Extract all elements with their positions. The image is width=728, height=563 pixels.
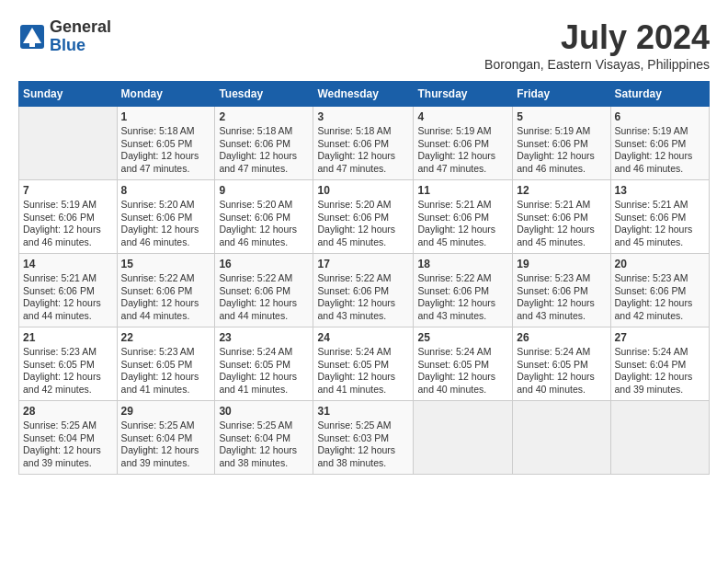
calendar-cell: 23Sunrise: 5:24 AMSunset: 6:05 PMDayligh… [215, 327, 313, 401]
day-number: 22 [121, 331, 211, 344]
day-info: Sunrise: 5:21 AMSunset: 6:06 PMDaylight:… [417, 199, 508, 249]
day-number: 28 [23, 405, 113, 418]
calendar-cell: 31Sunrise: 5:25 AMSunset: 6:03 PMDayligh… [313, 401, 414, 475]
day-number: 17 [317, 258, 409, 270]
day-number: 18 [417, 258, 508, 270]
day-number: 14 [23, 258, 113, 270]
calendar-week-2: 7Sunrise: 5:19 AMSunset: 6:06 PMDaylight… [19, 180, 710, 254]
calendar-cell: 12Sunrise: 5:21 AMSunset: 6:06 PMDayligh… [513, 180, 610, 254]
day-info: Sunrise: 5:20 AMSunset: 6:06 PMDaylight:… [219, 199, 309, 249]
day-info: Sunrise: 5:22 AMSunset: 6:06 PMDaylight:… [219, 272, 309, 323]
day-info: Sunrise: 5:25 AMSunset: 6:04 PMDaylight:… [121, 419, 211, 470]
day-info: Sunrise: 5:21 AMSunset: 6:06 PMDaylight:… [517, 199, 606, 249]
calendar-cell: 28Sunrise: 5:25 AMSunset: 6:04 PMDayligh… [19, 401, 118, 475]
day-info: Sunrise: 5:22 AMSunset: 6:06 PMDaylight:… [121, 272, 211, 323]
calendar-cell [513, 401, 610, 475]
calendar-cell: 9Sunrise: 5:20 AMSunset: 6:06 PMDaylight… [215, 180, 313, 254]
calendar-cell: 27Sunrise: 5:24 AMSunset: 6:04 PMDayligh… [610, 327, 709, 401]
day-number: 11 [417, 184, 508, 197]
header-wednesday: Wednesday [313, 82, 414, 107]
calendar-cell: 8Sunrise: 5:20 AMSunset: 6:06 PMDaylight… [117, 180, 215, 254]
day-info: Sunrise: 5:22 AMSunset: 6:06 PMDaylight:… [417, 272, 508, 323]
day-number: 25 [417, 331, 508, 344]
calendar-cell: 16Sunrise: 5:22 AMSunset: 6:06 PMDayligh… [215, 254, 313, 327]
day-info: Sunrise: 5:18 AMSunset: 6:06 PMDaylight:… [219, 125, 309, 176]
calendar-week-1: 1Sunrise: 5:18 AMSunset: 6:05 PMDaylight… [19, 107, 710, 180]
calendar-cell: 24Sunrise: 5:24 AMSunset: 6:05 PMDayligh… [313, 327, 414, 401]
calendar-cell: 22Sunrise: 5:23 AMSunset: 6:05 PMDayligh… [117, 327, 215, 401]
day-number: 31 [317, 405, 409, 418]
day-number: 20 [615, 258, 705, 270]
day-number: 30 [219, 405, 309, 418]
calendar-table: Sunday Monday Tuesday Wednesday Thursday… [18, 81, 710, 475]
day-info: Sunrise: 5:23 AMSunset: 6:06 PMDaylight:… [615, 272, 705, 323]
day-info: Sunrise: 5:24 AMSunset: 6:05 PMDaylight:… [417, 346, 508, 396]
calendar-cell: 18Sunrise: 5:22 AMSunset: 6:06 PMDayligh… [414, 254, 513, 327]
day-info: Sunrise: 5:24 AMSunset: 6:04 PMDaylight:… [615, 346, 705, 396]
calendar-week-3: 14Sunrise: 5:21 AMSunset: 6:06 PMDayligh… [19, 254, 710, 327]
day-number: 13 [615, 184, 705, 197]
day-number: 6 [615, 110, 705, 123]
day-number: 8 [121, 184, 211, 197]
day-info: Sunrise: 5:23 AMSunset: 6:06 PMDaylight:… [517, 272, 606, 323]
calendar-week-4: 21Sunrise: 5:23 AMSunset: 6:05 PMDayligh… [19, 327, 710, 401]
day-number: 4 [417, 110, 508, 123]
calendar-cell [19, 107, 118, 180]
header-friday: Friday [513, 82, 610, 107]
subtitle: Borongan, Eastern Visayas, Philippines [484, 57, 710, 72]
day-number: 26 [517, 331, 606, 344]
day-info: Sunrise: 5:24 AMSunset: 6:05 PMDaylight:… [517, 346, 606, 396]
calendar-cell: 2Sunrise: 5:18 AMSunset: 6:06 PMDaylight… [215, 107, 313, 180]
day-number: 24 [317, 331, 409, 344]
day-info: Sunrise: 5:19 AMSunset: 6:06 PMDaylight:… [517, 125, 606, 176]
calendar-cell: 4Sunrise: 5:19 AMSunset: 6:06 PMDaylight… [414, 107, 513, 180]
calendar-cell: 21Sunrise: 5:23 AMSunset: 6:05 PMDayligh… [19, 327, 118, 401]
calendar-body: 1Sunrise: 5:18 AMSunset: 6:05 PMDaylight… [19, 107, 710, 475]
header-tuesday: Tuesday [215, 82, 313, 107]
day-info: Sunrise: 5:25 AMSunset: 6:04 PMDaylight:… [23, 419, 113, 470]
header-row: Sunday Monday Tuesday Wednesday Thursday… [19, 82, 710, 107]
day-info: Sunrise: 5:24 AMSunset: 6:05 PMDaylight:… [219, 346, 309, 396]
day-info: Sunrise: 5:22 AMSunset: 6:06 PMDaylight:… [317, 272, 409, 323]
calendar-cell: 25Sunrise: 5:24 AMSunset: 6:05 PMDayligh… [414, 327, 513, 401]
calendar-cell: 30Sunrise: 5:25 AMSunset: 6:04 PMDayligh… [215, 401, 313, 475]
header-saturday: Saturday [610, 82, 709, 107]
day-info: Sunrise: 5:19 AMSunset: 6:06 PMDaylight:… [23, 199, 113, 249]
calendar-cell: 11Sunrise: 5:21 AMSunset: 6:06 PMDayligh… [414, 180, 513, 254]
calendar-cell [414, 401, 513, 475]
day-number: 27 [615, 331, 705, 344]
day-number: 1 [121, 110, 211, 123]
calendar-week-5: 28Sunrise: 5:25 AMSunset: 6:04 PMDayligh… [19, 401, 710, 475]
header-monday: Monday [117, 82, 215, 107]
calendar-cell: 20Sunrise: 5:23 AMSunset: 6:06 PMDayligh… [610, 254, 709, 327]
day-number: 2 [219, 110, 309, 123]
day-number: 5 [517, 110, 606, 123]
logo-general: General [50, 18, 111, 37]
day-info: Sunrise: 5:21 AMSunset: 6:06 PMDaylight:… [23, 272, 113, 323]
logo-icon [18, 23, 46, 51]
calendar-cell: 6Sunrise: 5:19 AMSunset: 6:06 PMDaylight… [610, 107, 709, 180]
calendar-cell: 14Sunrise: 5:21 AMSunset: 6:06 PMDayligh… [19, 254, 118, 327]
day-info: Sunrise: 5:20 AMSunset: 6:06 PMDaylight:… [317, 199, 409, 249]
day-number: 9 [219, 184, 309, 197]
day-number: 23 [219, 331, 309, 344]
calendar-header: Sunday Monday Tuesday Wednesday Thursday… [19, 82, 710, 107]
day-info: Sunrise: 5:21 AMSunset: 6:06 PMDaylight:… [615, 199, 705, 249]
day-info: Sunrise: 5:18 AMSunset: 6:06 PMDaylight:… [317, 125, 409, 176]
logo-blue: Blue [50, 37, 111, 55]
svg-rect-2 [29, 40, 35, 47]
day-info: Sunrise: 5:25 AMSunset: 6:04 PMDaylight:… [219, 419, 309, 470]
day-info: Sunrise: 5:24 AMSunset: 6:05 PMDaylight:… [317, 346, 409, 396]
title-block: July 2024 Borongan, Eastern Visayas, Phi… [484, 18, 710, 72]
calendar-cell [610, 401, 709, 475]
day-number: 7 [23, 184, 113, 197]
calendar-cell: 26Sunrise: 5:24 AMSunset: 6:05 PMDayligh… [513, 327, 610, 401]
calendar-cell: 19Sunrise: 5:23 AMSunset: 6:06 PMDayligh… [513, 254, 610, 327]
day-info: Sunrise: 5:18 AMSunset: 6:05 PMDaylight:… [121, 125, 211, 176]
header-thursday: Thursday [414, 82, 513, 107]
day-number: 15 [121, 258, 211, 270]
day-info: Sunrise: 5:23 AMSunset: 6:05 PMDaylight:… [121, 346, 211, 396]
day-number: 21 [23, 331, 113, 344]
calendar-cell: 13Sunrise: 5:21 AMSunset: 6:06 PMDayligh… [610, 180, 709, 254]
logo-text: General Blue [50, 18, 111, 55]
